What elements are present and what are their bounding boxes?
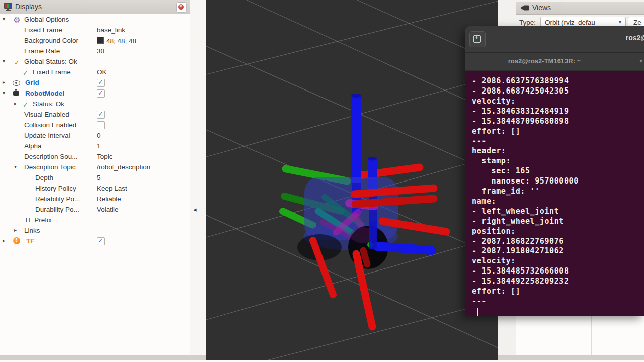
displays-tree-row[interactable]: TF Prefix [0, 215, 190, 225]
displays-panel-titlebar[interactable]: Displays [0, 0, 190, 14]
tf-axis-z [351, 96, 361, 184]
displays-tree-row[interactable]: Description Sou...Topic [0, 151, 190, 162]
displays-panel: Displays ▾Global OptionsFixed Framebase_… [0, 0, 190, 355]
terminal-line: --- [472, 297, 644, 307]
displays-tree-row[interactable]: Reliability Po...Reliable [0, 194, 190, 204]
displays-panel-title: Displays [15, 3, 42, 11]
terminal-line: velocity: [472, 97, 644, 107]
property-value[interactable]: 30 [97, 47, 104, 55]
expander-down-icon[interactable]: ▾ [3, 58, 5, 65]
displays-tree-row[interactable]: Fixed Framebase_link [0, 25, 190, 35]
property-label: Update Interval [24, 132, 70, 139]
displays-tree-row[interactable]: ▸Status: Ok [0, 99, 190, 109]
property-checkbox[interactable] [97, 121, 105, 129]
property-checkbox[interactable] [97, 111, 105, 119]
terminal-line: velocity: [472, 256, 644, 266]
property-value-text: Keep Last [97, 185, 127, 192]
displays-tree-row[interactable]: ▾Description Topic/robot_description [0, 162, 190, 172]
expander-right-icon[interactable]: ▸ [3, 79, 5, 86]
property-value[interactable]: Volatile [97, 206, 119, 213]
property-value-text: Reliable [97, 195, 121, 203]
terminal-line: --- [472, 136, 644, 146]
expander-down-icon[interactable]: ▾ [3, 16, 5, 23]
terminal-line: nanosec: 957000000 [472, 176, 644, 187]
property-value[interactable]: Reliable [97, 195, 121, 203]
property-value[interactable]: 1 [97, 142, 101, 150]
terminal-line: frame_id: '' [472, 187, 644, 197]
property-value[interactable]: /robot_description [97, 163, 150, 171]
property-value-text: 5 [97, 174, 101, 182]
check-icon [23, 100, 28, 109]
displays-tree-row[interactable]: Durability Po...Volatile [0, 204, 190, 215]
gear-icon [13, 16, 20, 25]
expander-down-icon[interactable]: ▾ [14, 163, 17, 170]
terminal-tab-title[interactable]: ros2@ros2-TM1613R: ~ [465, 57, 624, 65]
property-label: Description Sou... [24, 153, 78, 160]
terminal-line: sec: 165 [472, 166, 644, 176]
terminal-line: - 15.384487096680898 [472, 117, 644, 127]
expander-down-icon[interactable]: ▾ [3, 89, 5, 97]
eye-icon [13, 80, 20, 86]
displays-tree-row[interactable]: Collision Enabled [0, 120, 190, 130]
splitter-collapse-icon[interactable]: ◂ [193, 206, 197, 213]
property-label: Visual Enabled [24, 111, 69, 118]
property-label: Grid [25, 79, 39, 86]
expander-right-icon[interactable]: ▸ [14, 227, 17, 234]
displays-tree-row[interactable]: ▸TF [0, 236, 190, 246]
property-value-text: 48; 48; 48 [106, 37, 136, 45]
property-label: Reliability Po... [35, 195, 80, 203]
displays-tree-row[interactable]: ▸Links [0, 225, 190, 236]
displays-tree-row[interactable]: ▾Global Status: Ok [0, 56, 190, 67]
displays-tree-row[interactable]: History PolicyKeep Last [0, 183, 190, 194]
displays-tree-row[interactable]: Alpha1 [0, 141, 190, 151]
property-label: RobotModel [25, 89, 64, 97]
property-label: Global Status: Ok [24, 58, 77, 65]
views-panel-titlebar[interactable]: Views [516, 2, 644, 15]
terminal-line: - right_wheel_joint [472, 217, 644, 227]
property-value-text: Topic [97, 153, 113, 160]
property-label: Background Color [24, 37, 78, 44]
displays-tree-row[interactable]: Frame Rate30 [0, 46, 190, 56]
new-tab-button[interactable]: + [469, 31, 486, 47]
property-checkbox[interactable] [97, 79, 105, 87]
view-type-label: Type: [519, 19, 536, 26]
displays-tree-row[interactable]: Fixed FrameOK [0, 67, 190, 77]
property-value[interactable]: OK [97, 68, 107, 76]
displays-tree-row[interactable]: Depth5 [0, 172, 190, 183]
property-label: Links [24, 227, 40, 234]
bottom-dock-edge [498, 355, 644, 360]
panel-splitter[interactable] [190, 0, 206, 360]
chevron-down-icon[interactable]: ▾ [639, 58, 642, 64]
3d-viewport[interactable] [206, 0, 498, 360]
warning-icon [13, 237, 20, 244]
expander-right-icon[interactable]: ▸ [3, 237, 5, 244]
displays-tree-row[interactable]: ▾Global Options [0, 14, 190, 25]
displays-tree-row[interactable]: Visual Enabled [0, 109, 190, 120]
tf-axis-z [377, 246, 432, 250]
terminal-headerbar[interactable]: + ros2@ [465, 26, 644, 53]
terminal-tabbar[interactable]: ros2@ros2-TM1613R: ~ ▾ [465, 53, 644, 71]
terminal-line: - 2087.186822769076 [472, 237, 644, 247]
property-value[interactable]: 5 [97, 174, 101, 182]
property-label: Fixed Frame [33, 68, 71, 76]
terminal-cursor [472, 308, 478, 316]
property-value[interactable]: 0 [97, 132, 101, 139]
displays-tree-row[interactable]: Update Interval0 [0, 130, 190, 141]
displays-tree-row[interactable]: Background Color48; 48; 48 [0, 35, 190, 46]
property-value[interactable]: Topic [97, 153, 113, 160]
property-checkbox[interactable] [97, 237, 105, 245]
expander-right-icon[interactable]: ▸ [14, 100, 17, 107]
close-panel-button[interactable] [176, 2, 187, 13]
terminal-output[interactable]: - 2086.6637576389994- 2086.6687425042305… [465, 71, 644, 316]
terminal-line: - 2086.6637576389994 [472, 76, 644, 86]
property-value[interactable]: base_link [97, 26, 125, 34]
property-value[interactable]: 48; 48; 48 [97, 37, 136, 45]
robot-icon [13, 91, 19, 96]
displays-tree-row[interactable]: ▸Grid [0, 77, 190, 88]
terminal-line: position: [472, 227, 644, 237]
property-checkbox[interactable] [97, 89, 105, 98]
displays-tree-row[interactable]: ▾RobotModel [0, 88, 190, 99]
property-label: Description Topic [24, 163, 76, 171]
property-value[interactable]: Keep Last [97, 185, 127, 192]
terminal-line: effort: [] [472, 127, 644, 137]
